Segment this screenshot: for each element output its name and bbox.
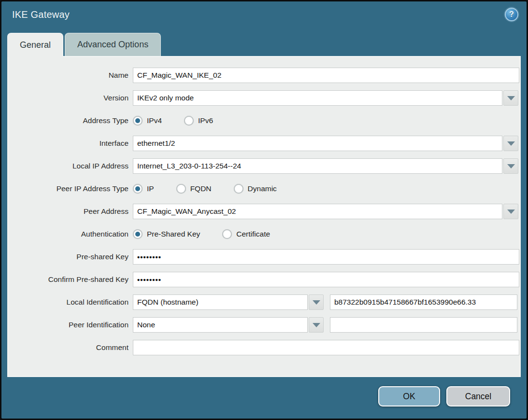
cancel-button[interactable]: Cancel	[446, 386, 510, 406]
local-ip-address-dropdown-button[interactable]	[503, 158, 518, 174]
row-interface: Interface	[13, 136, 520, 151]
peer-identification-type-dropdown[interactable]	[133, 317, 324, 333]
confirm-pre-shared-key-input[interactable]	[133, 272, 519, 287]
interface-value-input[interactable]	[133, 136, 502, 151]
radio-pre-shared-key[interactable]	[133, 229, 143, 239]
radio-dynamic-label[interactable]: Dynamic	[248, 184, 277, 193]
peer-address-value-input[interactable]	[133, 204, 502, 219]
ok-button[interactable]: OK	[378, 386, 440, 406]
radio-option-ipv4[interactable]: IPv4	[133, 116, 162, 126]
radio-certificate[interactable]	[222, 229, 232, 239]
row-peer-identification: Peer Identification	[13, 317, 520, 333]
address-type-label: Address Type	[13, 116, 128, 125]
radio-fqdn[interactable]	[176, 184, 186, 194]
radio-ipv4-label[interactable]: IPv4	[147, 116, 162, 125]
tab-bar: General Advanced Options	[1, 28, 527, 56]
address-type-radio-group: IPv4 IPv6	[133, 116, 235, 126]
pre-shared-key-input[interactable]	[133, 249, 519, 265]
radio-ipv4[interactable]	[133, 116, 143, 126]
local-identification-type-input[interactable]	[133, 294, 308, 310]
help-icon[interactable]: ?	[505, 8, 518, 21]
chevron-down-icon	[313, 323, 320, 327]
local-identification-label: Local Identification	[13, 298, 128, 307]
peer-address-label: Peer Address	[13, 207, 128, 216]
version-dropdown-button[interactable]	[503, 90, 518, 106]
row-local-ip-address: Local IP Address	[13, 158, 520, 174]
row-confirm-pre-shared-key: Confirm Pre-shared Key	[13, 272, 520, 287]
local-identification-dropdown-button[interactable]	[309, 294, 324, 310]
radio-ip[interactable]	[133, 184, 143, 194]
radio-dynamic[interactable]	[234, 184, 243, 194]
comment-input[interactable]	[133, 340, 519, 355]
name-label: Name	[13, 71, 128, 80]
peer-identification-type-input[interactable]	[133, 317, 308, 333]
row-pre-shared-key: Pre-shared Key	[13, 249, 520, 265]
row-local-identification: Local Identification	[13, 294, 520, 310]
radio-ipv6[interactable]	[184, 116, 194, 126]
authentication-radio-group: Pre-Shared Key Certificate	[133, 229, 292, 239]
row-peer-ip-address-type: Peer IP Address Type IP FQDN Dynamic	[13, 181, 520, 196]
comment-label: Comment	[13, 343, 128, 352]
row-authentication: Authentication Pre-Shared Key Certificat…	[13, 226, 520, 242]
local-ip-address-dropdown[interactable]	[133, 158, 518, 174]
peer-identification-label: Peer Identification	[13, 321, 128, 329]
interface-label: Interface	[13, 139, 128, 148]
radio-option-dynamic[interactable]: Dynamic	[234, 184, 277, 194]
peer-identification-value-input[interactable]	[330, 317, 517, 333]
row-peer-address: Peer Address	[13, 204, 520, 219]
radio-pre-shared-key-label[interactable]: Pre-Shared Key	[147, 230, 200, 238]
local-ip-address-label: Local IP Address	[13, 162, 128, 170]
general-tab-panel: Name Version Address Type IPv4	[7, 56, 521, 377]
pre-shared-key-label: Pre-shared Key	[13, 252, 128, 261]
tab-general[interactable]: General	[7, 33, 63, 57]
confirm-pre-shared-key-label: Confirm Pre-shared Key	[13, 275, 128, 284]
chevron-down-icon	[507, 210, 515, 214]
local-ip-address-value-input[interactable]	[133, 158, 502, 174]
radio-option-ipv6[interactable]: IPv6	[184, 116, 213, 126]
dialog-title: IKE Gateway	[12, 9, 70, 20]
chevron-down-icon	[507, 96, 515, 100]
row-version: Version	[13, 90, 520, 106]
local-identification-value-input[interactable]	[330, 294, 517, 310]
radio-ipv6-label[interactable]: IPv6	[198, 116, 213, 125]
row-comment: Comment	[13, 340, 520, 355]
chevron-down-icon	[313, 300, 320, 305]
radio-option-pre-shared-key[interactable]: Pre-Shared Key	[133, 229, 200, 239]
dialog-footer: OK Cancel	[378, 386, 510, 406]
interface-dropdown-button[interactable]	[503, 136, 518, 151]
titlebar: IKE Gateway ?	[1, 1, 527, 28]
peer-address-dropdown-button[interactable]	[503, 204, 518, 219]
row-name: Name	[13, 68, 520, 83]
peer-ip-address-type-label: Peer IP Address Type	[13, 184, 128, 193]
row-address-type: Address Type IPv4 IPv6	[13, 113, 520, 128]
radio-option-certificate[interactable]: Certificate	[222, 229, 270, 239]
peer-ip-address-type-radio-group: IP FQDN Dynamic	[133, 184, 299, 194]
version-label: Version	[13, 94, 128, 102]
peer-identification-dropdown-button[interactable]	[309, 317, 324, 333]
local-identification-type-dropdown[interactable]	[133, 294, 324, 310]
radio-ip-label[interactable]: IP	[147, 184, 154, 193]
radio-option-ip[interactable]: IP	[133, 184, 154, 194]
ike-gateway-dialog: IKE Gateway ? General Advanced Options N…	[0, 0, 528, 420]
chevron-down-icon	[507, 141, 515, 146]
chevron-down-icon	[507, 164, 515, 168]
radio-fqdn-label[interactable]: FQDN	[190, 184, 212, 193]
question-mark-glyph: ?	[509, 11, 514, 18]
tab-advanced-options[interactable]: Advanced Options	[65, 33, 161, 56]
radio-option-fqdn[interactable]: FQDN	[176, 184, 212, 194]
authentication-label: Authentication	[13, 230, 128, 238]
interface-dropdown[interactable]	[133, 136, 518, 151]
version-dropdown[interactable]	[133, 90, 518, 106]
peer-address-dropdown[interactable]	[133, 204, 518, 219]
radio-certificate-label[interactable]: Certificate	[236, 230, 270, 238]
version-value-input[interactable]	[133, 90, 502, 106]
name-input[interactable]	[133, 68, 519, 83]
